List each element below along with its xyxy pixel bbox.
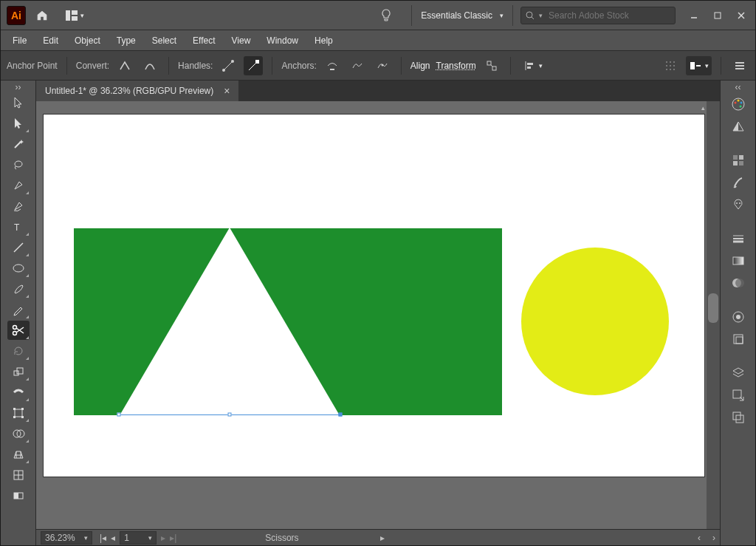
status-play-icon[interactable]: ▸	[380, 533, 385, 543]
pencil-tool[interactable]	[7, 300, 30, 319]
remove-anchor-button[interactable]	[323, 56, 342, 75]
menu-window[interactable]: Window	[259, 33, 306, 49]
panels-expand-button[interactable]: ‹‹	[721, 82, 755, 92]
gradient-tool[interactable]	[7, 486, 30, 505]
menu-help[interactable]: Help	[307, 33, 340, 49]
convert-corner-button[interactable]	[115, 56, 134, 75]
tools-expand-button[interactable]: ››	[1, 82, 35, 92]
graphic-styles-panel-button[interactable]	[727, 329, 749, 349]
page-field[interactable]: 1▾	[120, 531, 157, 545]
artboards-panel-button[interactable]	[727, 407, 749, 428]
asset-export-icon	[731, 388, 746, 403]
show-handles-button[interactable]	[219, 56, 238, 75]
home-button[interactable]	[30, 4, 54, 27]
snap-icon	[689, 59, 702, 72]
mesh-tool[interactable]	[7, 465, 30, 485]
brushes-panel-button[interactable]	[727, 172, 749, 193]
line-tool[interactable]	[7, 238, 30, 257]
type-tool[interactable]: T	[7, 217, 30, 236]
next-page-button[interactable]: ▸	[161, 533, 165, 543]
learn-button[interactable]	[374, 4, 398, 27]
document-tab[interactable]: Untitled-1* @ 36.23% (RGB/GPU Preview) ×	[36, 81, 238, 101]
arrange-documents-button[interactable]: ▾	[60, 5, 89, 26]
curvature-tool[interactable]	[7, 197, 30, 216]
zoom-field[interactable]: 36.23%▾	[41, 531, 92, 545]
first-page-button[interactable]: |◂	[100, 533, 106, 543]
hscroll-right-button[interactable]: ›	[712, 533, 715, 543]
selection-tool[interactable]	[7, 93, 30, 112]
snap-toggle-button[interactable]: ▾	[686, 56, 712, 75]
free-transform-tool[interactable]	[7, 403, 30, 423]
grid-toggle-button[interactable]	[661, 56, 680, 75]
magic-wand-tool[interactable]	[7, 134, 30, 154]
menu-view[interactable]: View	[224, 33, 258, 49]
menu-edit[interactable]: Edit	[35, 33, 66, 49]
paintbrush-tool[interactable]	[7, 279, 30, 298]
convert-smooth-button[interactable]	[140, 56, 159, 75]
gradient-panel-button[interactable]	[727, 250, 749, 271]
lasso-tool[interactable]	[7, 155, 30, 174]
mesh-icon	[12, 468, 25, 482]
minimize-button[interactable]	[683, 8, 705, 23]
layers-panel-button[interactable]	[727, 363, 749, 383]
cut-anchor-button[interactable]	[373, 56, 392, 75]
panel-menu-button[interactable]	[730, 56, 749, 75]
perspective-grid-tool[interactable]	[7, 445, 30, 464]
menu-type[interactable]: Type	[109, 33, 143, 49]
canvas[interactable]: ▴	[36, 101, 707, 529]
svg-line-9	[224, 61, 233, 70]
hide-handles-button[interactable]	[244, 56, 263, 75]
svg-rect-77	[734, 335, 743, 344]
isolate-button[interactable]	[482, 56, 501, 75]
artboard[interactable]	[44, 115, 704, 477]
prev-page-button[interactable]: ◂	[111, 533, 115, 543]
anchor-point-selected[interactable]	[339, 413, 343, 417]
maximize-button[interactable]	[707, 8, 729, 23]
color-panel-button[interactable]	[727, 94, 749, 115]
menu-select[interactable]: Select	[145, 33, 184, 49]
symbols-panel-button[interactable]	[727, 194, 749, 215]
connect-anchor-button[interactable]	[348, 56, 367, 75]
anchor-point[interactable]	[228, 413, 232, 417]
handles-show-icon	[221, 59, 235, 72]
scrollbar-thumb[interactable]	[708, 293, 718, 323]
width-tool[interactable]	[7, 383, 30, 402]
scale-tool[interactable]	[7, 362, 30, 381]
scissors-tool[interactable]	[7, 321, 30, 340]
menu-effect[interactable]: Effect	[185, 33, 222, 49]
svg-point-28	[666, 69, 667, 70]
search-input[interactable]	[547, 10, 670, 21]
align-link[interactable]: Align	[410, 61, 430, 71]
transform-link[interactable]: Transform	[436, 61, 476, 71]
workspace-switcher[interactable]: Essentials Classic ▾	[411, 5, 513, 26]
stock-search[interactable]: ▾	[520, 7, 676, 24]
anchor-point[interactable]	[117, 413, 121, 417]
scroll-up-icon[interactable]: ▴	[701, 104, 705, 112]
transparency-panel-button[interactable]	[727, 273, 749, 293]
color-guide-panel-button[interactable]	[727, 116, 749, 137]
menu-file[interactable]: File	[5, 33, 34, 49]
align-to-button[interactable]: ▾	[520, 56, 546, 75]
pen-tool[interactable]	[7, 176, 30, 195]
swatches-panel-button[interactable]	[727, 150, 749, 171]
asset-export-panel-button[interactable]	[727, 385, 749, 406]
tools-panel: ›› T	[1, 81, 36, 545]
svg-rect-13	[255, 60, 259, 64]
appearance-panel-button[interactable]	[727, 307, 749, 327]
vertical-scrollbar[interactable]	[707, 101, 720, 529]
graphic-styles-icon	[731, 332, 746, 347]
rotate-tool[interactable]	[7, 341, 30, 361]
close-button[interactable]	[730, 8, 752, 23]
ellipse-tool[interactable]	[7, 259, 30, 278]
hscroll-left-button[interactable]: ‹	[698, 533, 701, 543]
svg-point-23	[670, 61, 671, 63]
close-tab-button[interactable]: ×	[224, 85, 230, 97]
shape-builder-tool[interactable]	[7, 424, 30, 443]
menu-object[interactable]: Object	[67, 33, 108, 49]
stroke-panel-button[interactable]	[727, 228, 749, 249]
smooth-point-icon	[143, 59, 157, 72]
direct-selection-tool[interactable]	[7, 114, 30, 133]
yellow-circle-shape[interactable]	[521, 248, 669, 395]
white-triangle-cutout[interactable]	[119, 228, 340, 417]
last-page-button[interactable]: ▸|	[170, 533, 176, 543]
